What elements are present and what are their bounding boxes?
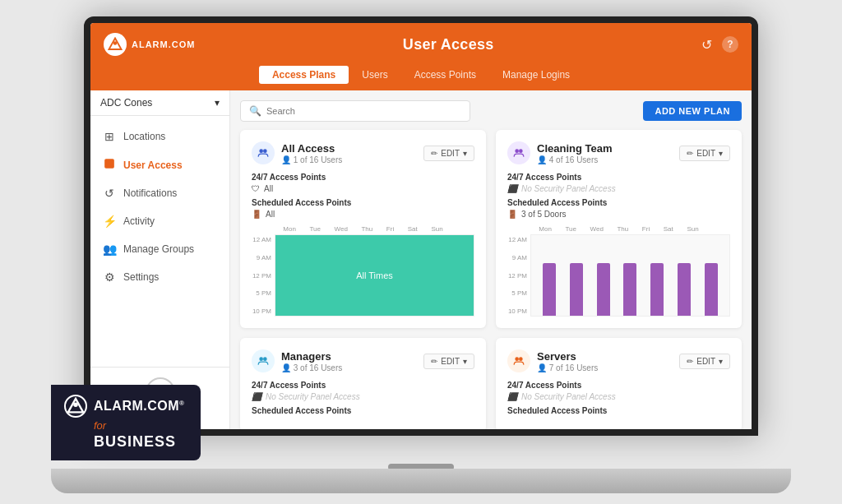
card-all-access-title-section: All Access 👤 1 of 16 Users	[252, 141, 342, 164]
bars-container	[531, 235, 729, 316]
page-title: User Access	[403, 36, 494, 53]
tab-users[interactable]: Users	[349, 66, 400, 84]
all-access-subtitle: 👤 1 of 16 Users	[281, 155, 342, 164]
cleaning-team-title: Cleaning Team	[537, 142, 613, 155]
sidebar-item-activity[interactable]: ⚡ Activity	[90, 207, 229, 235]
manage-groups-icon: 👥	[102, 243, 117, 256]
svg-point-1	[113, 41, 118, 45]
tab-access-points[interactable]: Access Points	[401, 66, 489, 84]
all-times-label: All Times	[275, 235, 474, 316]
chart-days-row: Mon Tue Wed Thu Fri Sat Sun	[252, 225, 474, 234]
sidebar-label-user-access: User Access	[123, 160, 183, 171]
managers-icon	[252, 349, 275, 372]
svg-point-10	[519, 357, 523, 361]
svg-point-4	[263, 149, 267, 153]
cleaning-team-scheduled-value: 🚪 3 of 5 Doors	[507, 210, 730, 219]
sidebar-item-manage-groups[interactable]: 👥 Manage Groups	[90, 235, 229, 263]
bar-sun	[705, 263, 718, 316]
cleaning-team-247-value: ⬛ No Security Panel Access	[507, 184, 730, 193]
card-cleaning-team: Cleaning Team 👤 4 of 16 Users ✏ EDIT ▾	[496, 130, 742, 328]
content-toolbar: 🔍 ADD NEW PLAN	[240, 100, 742, 122]
all-access-chart: Mon Tue Wed Thu Fri Sat Sun	[252, 225, 474, 317]
cleaning-team-247-row: 24/7 Access Points ⬛ No Security Panel A…	[507, 173, 730, 193]
brand-top: ALARM.COM®	[64, 395, 184, 418]
laptop-screen: ALARM.COM User Access ↺ ? Access Plans U…	[84, 16, 758, 436]
sidebar-label-locations: Locations	[123, 131, 165, 142]
search-box[interactable]: 🔍	[240, 100, 470, 122]
refresh-icon[interactable]: ↺	[701, 37, 712, 53]
svg-point-8	[263, 357, 267, 361]
bar-sat	[678, 263, 691, 316]
help-icon[interactable]: ?	[722, 36, 738, 53]
sidebar-item-settings[interactable]: ⚙ Settings	[90, 263, 229, 291]
cleaning-team-y-axis: 12 AM 9 AM 12 PM 5 PM 10 PM	[507, 234, 530, 317]
sidebar-dropdown[interactable]: ADC Cones ▾	[90, 90, 229, 116]
sidebar: ADC Cones ▾ ⊞ Locations User Access	[90, 90, 230, 429]
tab-access-plans[interactable]: Access Plans	[259, 66, 349, 84]
servers-247-value: ⬛ No Security Panel Access	[507, 392, 730, 401]
cleaning-team-icon	[507, 141, 530, 164]
card-managers-title-section: Managers 👤 3 of 16 Users	[252, 349, 342, 372]
user-access-icon	[102, 158, 117, 172]
no-access-icon-3: ⬛	[507, 392, 517, 401]
all-access-scheduled-label: Scheduled Access Points	[252, 198, 474, 207]
cleaning-team-edit-button[interactable]: ✏ EDIT ▾	[679, 146, 730, 161]
card-servers-header: Servers 👤 7 of 16 Users ✏ EDIT ▾	[507, 349, 730, 372]
servers-247-label: 24/7 Access Points	[507, 381, 730, 390]
sidebar-item-notifications[interactable]: ↺ Notifications	[90, 179, 229, 207]
add-new-plan-button[interactable]: ADD NEW PLAN	[643, 101, 742, 121]
edit-icon-2: ✏	[687, 149, 693, 158]
cleaning-team-chart: Mon Tue Wed Thu Fri Sat Sun	[507, 225, 730, 317]
all-access-247-row: 24/7 Access Points 🛡 All	[252, 173, 474, 193]
top-bar-actions: ↺ ?	[701, 36, 738, 53]
card-servers-text: Servers 👤 7 of 16 Users	[537, 350, 598, 372]
laptop-wrapper: ALARM.COM User Access ↺ ? Access Plans U…	[51, 16, 791, 493]
svg-rect-2	[104, 159, 114, 169]
edit-icon: ✏	[431, 149, 437, 158]
registered-mark: ®	[179, 400, 184, 407]
all-access-247-label: 24/7 Access Points	[252, 173, 474, 182]
svg-point-12	[73, 402, 78, 407]
servers-edit-button[interactable]: ✏ EDIT ▾	[679, 354, 730, 369]
no-access-icon-2: ⬛	[252, 392, 261, 401]
brand-logo-circle	[64, 395, 87, 418]
servers-title: Servers	[537, 350, 598, 363]
cleaning-team-scheduled-label: Scheduled Access Points	[507, 198, 730, 207]
door-icon-2: 🚪	[507, 210, 517, 219]
nav-tabs: Access Plans Users Access Points Manage …	[90, 66, 752, 90]
cleaning-team-247-label: 24/7 Access Points	[507, 173, 730, 182]
cards-grid: All Access 👤 1 of 16 Users ✏ EDIT ▾	[240, 130, 742, 429]
edit-icon-3: ✏	[431, 357, 437, 366]
edit-icon-4: ✏	[687, 357, 693, 366]
card-servers-title-section: Servers 👤 7 of 16 Users	[507, 349, 598, 372]
managers-scheduled-label: Scheduled Access Points	[252, 406, 474, 415]
no-access-icon: ⬛	[507, 184, 517, 193]
card-all-access-header: All Access 👤 1 of 16 Users ✏ EDIT ▾	[252, 141, 474, 164]
all-access-scheduled-value: 🚪 All	[252, 210, 474, 219]
app: ALARM.COM User Access ↺ ? Access Plans U…	[90, 23, 752, 429]
card-all-access-text: All Access 👤 1 of 16 Users	[281, 142, 342, 164]
tab-manage-logins[interactable]: Manage Logins	[489, 66, 583, 84]
bar-wed	[597, 263, 610, 316]
all-access-chart-fill: All Times	[275, 234, 474, 317]
all-access-edit-button[interactable]: ✏ EDIT ▾	[423, 146, 474, 161]
svg-point-6	[519, 149, 523, 153]
search-icon: 🔍	[249, 105, 261, 117]
sidebar-item-locations[interactable]: ⊞ Locations	[90, 123, 229, 150]
brand-for-text: for	[64, 419, 184, 432]
chevron-icon-2: ▾	[719, 149, 723, 158]
managers-subtitle: 👤 3 of 16 Users	[281, 363, 342, 372]
sidebar-item-user-access[interactable]: User Access	[90, 150, 229, 179]
brand-name-text: ALARM.COM®	[94, 399, 184, 414]
managers-edit-button[interactable]: ✏ EDIT ▾	[423, 354, 474, 369]
managers-title: Managers	[281, 350, 342, 363]
edit-label-3: EDIT	[441, 357, 460, 366]
sidebar-label-activity: Activity	[123, 215, 155, 227]
managers-scheduled-row: Scheduled Access Points	[252, 406, 474, 415]
card-managers-text: Managers 👤 3 of 16 Users	[281, 350, 342, 372]
card-cleaning-team-text: Cleaning Team 👤 4 of 16 Users	[537, 142, 613, 164]
sidebar-dropdown-label: ADC Cones	[100, 97, 152, 109]
content-area: 🔍 ADD NEW PLAN	[230, 90, 752, 429]
svg-point-9	[515, 357, 519, 361]
search-input[interactable]	[266, 106, 461, 116]
